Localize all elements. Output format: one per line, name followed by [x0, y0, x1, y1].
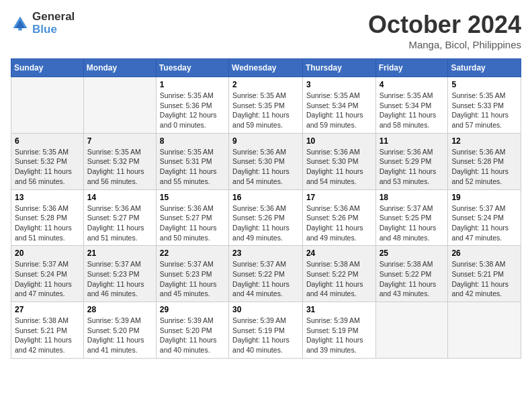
title-block: October 2024 Manga, Bicol, Philippines: [368, 11, 521, 50]
table-row: 21Sunrise: 5:37 AMSunset: 5:23 PMDayligh…: [83, 246, 156, 302]
table-row: 13Sunrise: 5:36 AMSunset: 5:28 PMDayligh…: [11, 189, 84, 246]
day-info: Sunrise: 5:35 AMSunset: 5:35 PMDaylight:…: [232, 91, 299, 130]
day-info: Sunrise: 5:35 AMSunset: 5:34 PMDaylight:…: [306, 91, 372, 130]
table-row: 28Sunrise: 5:39 AMSunset: 5:20 PMDayligh…: [83, 302, 156, 359]
calendar-week-row: 13Sunrise: 5:36 AMSunset: 5:28 PMDayligh…: [11, 189, 521, 246]
day-number: 11: [380, 136, 445, 146]
table-row: 12Sunrise: 5:36 AMSunset: 5:28 PMDayligh…: [448, 133, 521, 189]
day-info: Sunrise: 5:39 AMSunset: 5:20 PMDaylight:…: [160, 316, 225, 355]
table-row: 25Sunrise: 5:38 AMSunset: 5:22 PMDayligh…: [375, 246, 448, 302]
day-number: 17: [306, 193, 372, 202]
header-tuesday: Tuesday: [156, 59, 228, 77]
day-number: 10: [306, 136, 372, 146]
table-row: 29Sunrise: 5:39 AMSunset: 5:20 PMDayligh…: [156, 302, 228, 359]
day-number: 25: [380, 248, 445, 258]
svg-rect-2: [18, 28, 21, 31]
table-row: 7Sunrise: 5:35 AMSunset: 5:32 PMDaylight…: [83, 133, 156, 189]
day-number: 29: [160, 305, 225, 314]
day-info: Sunrise: 5:38 AMSunset: 5:22 PMDaylight:…: [306, 259, 372, 299]
header-thursday: Thursday: [302, 59, 375, 77]
logo: General Blue: [11, 11, 75, 36]
day-number: 18: [380, 193, 445, 202]
calendar-week-row: 1Sunrise: 5:35 AMSunset: 5:36 PMDaylight…: [11, 77, 521, 134]
table-row: 3Sunrise: 5:35 AMSunset: 5:34 PMDaylight…: [302, 77, 375, 134]
header-row: Sunday Monday Tuesday Wednesday Thursday…: [11, 59, 521, 77]
day-info: Sunrise: 5:37 AMSunset: 5:24 PMDaylight:…: [451, 203, 517, 243]
day-info: Sunrise: 5:36 AMSunset: 5:29 PMDaylight:…: [380, 147, 445, 187]
day-number: 20: [15, 248, 80, 258]
day-info: Sunrise: 5:35 AMSunset: 5:31 PMDaylight:…: [160, 147, 225, 187]
table-row: [83, 77, 156, 134]
table-row: 30Sunrise: 5:39 AMSunset: 5:19 PMDayligh…: [229, 302, 303, 359]
day-info: Sunrise: 5:36 AMSunset: 5:26 PMDaylight:…: [306, 203, 372, 243]
logo-icon: [11, 14, 30, 33]
day-info: Sunrise: 5:39 AMSunset: 5:20 PMDaylight:…: [87, 316, 152, 355]
table-row: 14Sunrise: 5:36 AMSunset: 5:27 PMDayligh…: [83, 189, 156, 246]
logo-general: General: [32, 11, 75, 24]
table-row: 11Sunrise: 5:36 AMSunset: 5:29 PMDayligh…: [375, 133, 448, 189]
day-number: 26: [451, 248, 517, 258]
day-info: Sunrise: 5:38 AMSunset: 5:21 PMDaylight:…: [15, 316, 80, 355]
day-info: Sunrise: 5:37 AMSunset: 5:24 PMDaylight:…: [15, 259, 80, 299]
day-number: 9: [232, 136, 299, 146]
header-wednesday: Wednesday: [229, 59, 303, 77]
table-row: 22Sunrise: 5:37 AMSunset: 5:23 PMDayligh…: [156, 246, 228, 302]
day-info: Sunrise: 5:36 AMSunset: 5:26 PMDaylight:…: [232, 203, 299, 243]
day-number: 4: [380, 80, 445, 89]
day-number: 3: [306, 80, 372, 89]
day-number: 27: [15, 305, 80, 314]
day-info: Sunrise: 5:36 AMSunset: 5:28 PMDaylight:…: [15, 203, 80, 243]
day-number: 7: [87, 136, 152, 146]
table-row: 9Sunrise: 5:36 AMSunset: 5:30 PMDaylight…: [229, 133, 303, 189]
logo-blue: Blue: [32, 24, 75, 36]
table-row: 6Sunrise: 5:35 AMSunset: 5:32 PMDaylight…: [11, 133, 84, 189]
day-number: 16: [232, 193, 299, 202]
day-number: 24: [306, 248, 372, 258]
month-title: October 2024: [368, 11, 521, 39]
calendar-week-row: 6Sunrise: 5:35 AMSunset: 5:32 PMDaylight…: [11, 133, 521, 189]
day-info: Sunrise: 5:35 AMSunset: 5:34 PMDaylight:…: [380, 91, 445, 130]
calendar-body: 1Sunrise: 5:35 AMSunset: 5:36 PMDaylight…: [11, 77, 521, 359]
table-row: 17Sunrise: 5:36 AMSunset: 5:26 PMDayligh…: [302, 189, 375, 246]
day-number: 19: [451, 193, 517, 202]
table-row: [375, 302, 448, 359]
table-row: 20Sunrise: 5:37 AMSunset: 5:24 PMDayligh…: [11, 246, 84, 302]
table-row: 23Sunrise: 5:37 AMSunset: 5:22 PMDayligh…: [229, 246, 303, 302]
page-header: General Blue October 2024 Manga, Bicol, …: [11, 11, 521, 50]
day-info: Sunrise: 5:36 AMSunset: 5:27 PMDaylight:…: [87, 203, 152, 243]
day-number: 15: [160, 193, 225, 202]
day-number: 22: [160, 248, 225, 258]
day-number: 14: [87, 193, 152, 202]
day-info: Sunrise: 5:37 AMSunset: 5:22 PMDaylight:…: [232, 259, 299, 299]
table-row: 19Sunrise: 5:37 AMSunset: 5:24 PMDayligh…: [448, 189, 521, 246]
table-row: 1Sunrise: 5:35 AMSunset: 5:36 PMDaylight…: [156, 77, 228, 134]
day-info: Sunrise: 5:39 AMSunset: 5:19 PMDaylight:…: [232, 316, 299, 355]
day-info: Sunrise: 5:37 AMSunset: 5:25 PMDaylight:…: [380, 203, 445, 243]
location: Manga, Bicol, Philippines: [368, 39, 521, 50]
day-info: Sunrise: 5:38 AMSunset: 5:21 PMDaylight:…: [451, 259, 517, 299]
day-number: 28: [87, 305, 152, 314]
header-friday: Friday: [375, 59, 448, 77]
table-row: 8Sunrise: 5:35 AMSunset: 5:31 PMDaylight…: [156, 133, 228, 189]
day-info: Sunrise: 5:36 AMSunset: 5:27 PMDaylight:…: [160, 203, 225, 243]
table-row: 24Sunrise: 5:38 AMSunset: 5:22 PMDayligh…: [302, 246, 375, 302]
day-info: Sunrise: 5:37 AMSunset: 5:23 PMDaylight:…: [87, 259, 152, 299]
day-number: 23: [232, 248, 299, 258]
day-info: Sunrise: 5:39 AMSunset: 5:19 PMDaylight:…: [306, 316, 372, 355]
header-sunday: Sunday: [11, 59, 84, 77]
day-info: Sunrise: 5:35 AMSunset: 5:33 PMDaylight:…: [451, 91, 517, 130]
table-row: 2Sunrise: 5:35 AMSunset: 5:35 PMDaylight…: [229, 77, 303, 134]
table-row: [448, 302, 521, 359]
calendar-header: Sunday Monday Tuesday Wednesday Thursday…: [11, 59, 521, 77]
day-info: Sunrise: 5:35 AMSunset: 5:36 PMDaylight:…: [160, 91, 225, 130]
table-row: 16Sunrise: 5:36 AMSunset: 5:26 PMDayligh…: [229, 189, 303, 246]
day-number: 5: [451, 80, 517, 89]
day-info: Sunrise: 5:36 AMSunset: 5:28 PMDaylight:…: [451, 147, 517, 187]
day-info: Sunrise: 5:37 AMSunset: 5:23 PMDaylight:…: [160, 259, 225, 299]
day-info: Sunrise: 5:35 AMSunset: 5:32 PMDaylight:…: [87, 147, 152, 187]
table-row: 27Sunrise: 5:38 AMSunset: 5:21 PMDayligh…: [11, 302, 84, 359]
header-saturday: Saturday: [448, 59, 521, 77]
day-number: 21: [87, 248, 152, 258]
day-number: 30: [232, 305, 299, 314]
day-number: 6: [15, 136, 80, 146]
